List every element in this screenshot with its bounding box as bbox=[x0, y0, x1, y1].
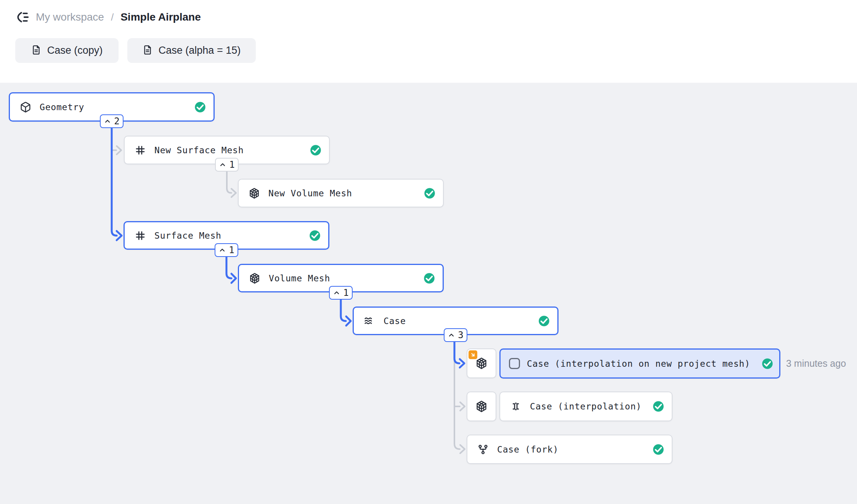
node-label: Geometry bbox=[40, 102, 194, 112]
tab-case-alpha-15[interactable]: Case (alpha = 15) bbox=[127, 38, 256, 63]
collapse-badge-count: 3 bbox=[458, 330, 463, 340]
status-check-icon bbox=[762, 358, 773, 369]
cube-icon bbox=[20, 101, 31, 113]
collapse-badge-geometry[interactable]: 2 bbox=[100, 114, 124, 128]
status-check-icon bbox=[424, 188, 435, 199]
surface-mesh-grid-icon bbox=[135, 230, 146, 241]
breadcrumb-workspace-link[interactable]: My workspace bbox=[36, 11, 104, 23]
node-label: New Volume Mesh bbox=[268, 188, 424, 198]
file-text-icon bbox=[31, 44, 41, 57]
chevron-up-icon bbox=[218, 246, 226, 254]
collapse-badge-volume-mesh[interactable]: 1 bbox=[329, 286, 353, 300]
fork-icon bbox=[477, 444, 489, 455]
collapse-badge-new-surface-mesh[interactable]: 1 bbox=[215, 158, 239, 172]
collapse-badge-surface-mesh[interactable]: 1 bbox=[215, 243, 238, 257]
node-label: Case bbox=[384, 316, 538, 326]
status-check-icon bbox=[309, 230, 321, 241]
collapse-badge-count: 1 bbox=[343, 287, 348, 298]
tab-label: Case (alpha = 15) bbox=[159, 45, 241, 56]
tab-case-copy[interactable]: Case (copy) bbox=[15, 38, 119, 63]
tab-label: Case (copy) bbox=[47, 45, 103, 56]
node-case-interpolation[interactable]: Case (interpolation) bbox=[499, 392, 672, 421]
file-text-icon bbox=[143, 44, 152, 57]
node-select-checkbox[interactable] bbox=[509, 358, 520, 369]
chevron-up-icon bbox=[448, 331, 455, 339]
status-check-icon bbox=[653, 401, 664, 412]
chevron-up-icon bbox=[104, 117, 111, 125]
mesh-chip-interp-new[interactable] bbox=[467, 348, 496, 378]
chevron-up-icon bbox=[219, 161, 226, 169]
collapse-badge-count: 1 bbox=[229, 245, 234, 255]
header: My workspace / Simple Airplane Case (cop… bbox=[0, 0, 857, 83]
collapse-badge-count: 2 bbox=[114, 116, 119, 127]
surface-mesh-grid-icon bbox=[135, 144, 146, 156]
node-new-volume-mesh[interactable]: New Volume Mesh bbox=[238, 179, 444, 207]
node-label: Volume Mesh bbox=[269, 273, 424, 283]
arrow-down-right-icon bbox=[469, 350, 477, 359]
node-label: New Surface Mesh bbox=[154, 145, 310, 155]
collapse-badge-count: 1 bbox=[229, 159, 234, 170]
status-check-icon bbox=[424, 273, 435, 284]
page-title: Simple Airplane bbox=[120, 11, 201, 23]
volume-mesh-cube-icon bbox=[475, 400, 488, 413]
status-check-icon bbox=[310, 144, 321, 156]
node-case-fork[interactable]: Case (fork) bbox=[467, 435, 672, 464]
breadcrumb: My workspace / Simple Airplane bbox=[15, 8, 201, 26]
chevron-up-icon bbox=[333, 289, 340, 297]
collapse-badge-case[interactable]: 3 bbox=[444, 328, 467, 342]
status-check-icon bbox=[538, 315, 550, 327]
node-label: Case (interpolation on new project mesh) bbox=[527, 359, 762, 369]
node-label: Case (interpolation) bbox=[530, 401, 653, 411]
node-label: Case (fork) bbox=[497, 445, 653, 454]
waves-icon bbox=[364, 315, 375, 327]
node-case-interpolation-new-project-mesh[interactable]: Case (interpolation on new project mesh) bbox=[499, 348, 780, 379]
interpolation-icon bbox=[510, 401, 522, 412]
status-check-icon bbox=[653, 444, 664, 455]
breadcrumb-separator: / bbox=[111, 11, 114, 23]
volume-mesh-cube-icon bbox=[475, 357, 488, 369]
workspace-tree-icon[interactable] bbox=[15, 10, 30, 24]
mesh-chip-interp[interactable] bbox=[467, 392, 496, 421]
volume-mesh-cube-icon bbox=[249, 273, 260, 284]
open-case-tabs: Case (copy) Case (alpha = 15) bbox=[15, 38, 256, 63]
node-label: Surface Mesh bbox=[154, 231, 309, 241]
volume-mesh-cube-icon bbox=[249, 188, 260, 199]
node-timestamp: 3 minutes ago bbox=[786, 358, 846, 369]
status-check-icon bbox=[194, 101, 206, 113]
